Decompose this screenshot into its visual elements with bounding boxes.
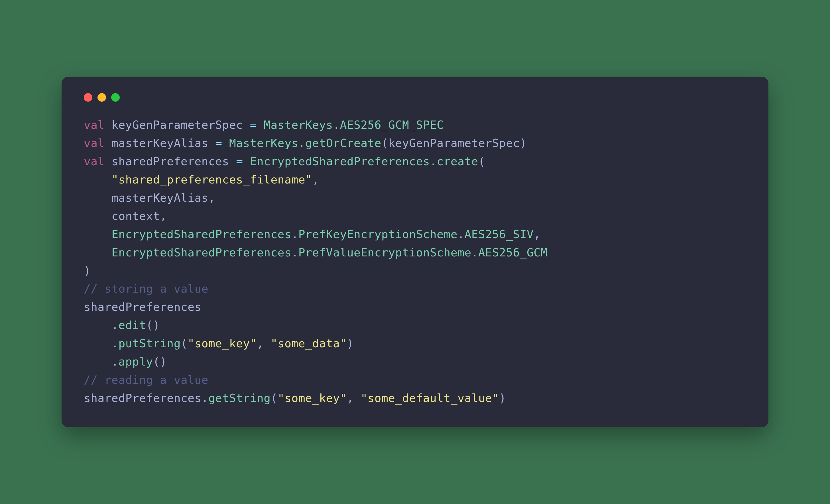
code-line-7: EncryptedSharedPreferences.PrefKeyEncryp… — [84, 228, 541, 241]
code-line-1: val keyGenParameterSpec = MasterKeys.AES… — [84, 118, 444, 131]
code-window: val keyGenParameterSpec = MasterKeys.AES… — [62, 77, 768, 428]
code-line-6: context, — [84, 209, 167, 223]
maximize-icon[interactable] — [111, 93, 120, 102]
code-line-5: masterKeyAlias, — [84, 191, 215, 204]
traffic-lights — [84, 93, 746, 102]
minimize-icon[interactable] — [97, 93, 106, 102]
code-line-3: val sharedPreferences = EncryptedSharedP… — [84, 155, 485, 168]
code-line-13: .putString("some_key", "some_data") — [84, 337, 354, 350]
code-line-12: .edit() — [84, 318, 160, 332]
code-line-8: EncryptedSharedPreferences.PrefValueEncr… — [84, 246, 547, 259]
code-line-14: .apply() — [84, 355, 167, 368]
code-line-10: // storing a value — [84, 282, 209, 295]
code-block: val keyGenParameterSpec = MasterKeys.AES… — [84, 116, 746, 408]
close-icon[interactable] — [84, 93, 92, 102]
code-line-15: // reading a value — [84, 373, 209, 387]
code-line-4: "shared_preferences_filename", — [84, 173, 319, 186]
code-line-16: sharedPreferences.getString("some_key", … — [84, 392, 506, 405]
code-line-9: ) — [84, 264, 91, 277]
code-line-2: val masterKeyAlias = MasterKeys.getOrCre… — [84, 136, 527, 149]
code-line-11: sharedPreferences — [84, 300, 201, 313]
